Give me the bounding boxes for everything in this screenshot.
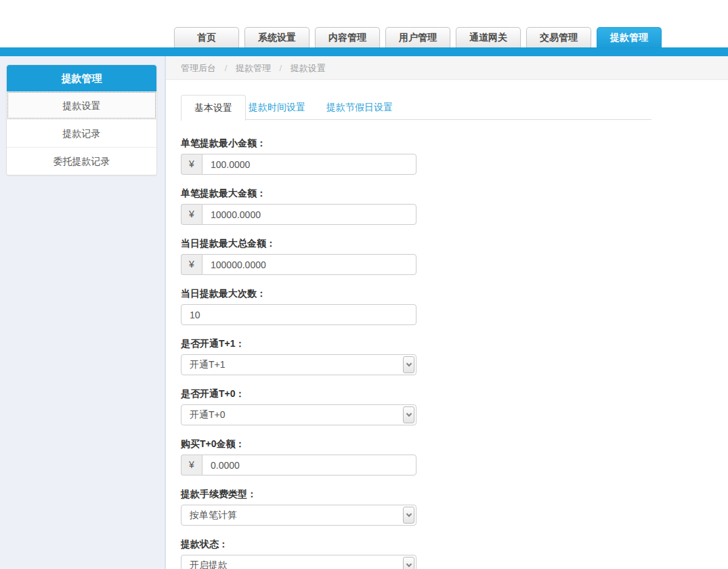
breadcrumb-item[interactable]: 提款管理 xyxy=(236,63,271,73)
nav-tab-home[interactable]: 首页 xyxy=(174,27,239,47)
enable-t0-select[interactable]: 开通T+0 xyxy=(181,404,416,425)
max-withdraw-amount-field: 单笔提款最大金额： ¥ xyxy=(181,188,728,225)
currency-yen-addon: ¥ xyxy=(181,455,202,476)
nav-tab-content-management[interactable]: 内容管理 xyxy=(315,27,380,47)
field-label: 单笔提款最小金额： xyxy=(181,138,728,148)
sidebar-menu: 提款管理 提款设置 提款记录 委托提款记录 xyxy=(6,64,157,175)
select-value: 按单笔计算 xyxy=(181,505,416,525)
field-label: 单笔提款最大金额： xyxy=(181,188,728,198)
chevron-down-icon xyxy=(403,356,414,373)
field-label: 当日提款最大次数： xyxy=(181,288,728,299)
field-label: 提款状态： xyxy=(181,539,728,549)
tab-withdraw-holiday-settings[interactable]: 提款节假日设置 xyxy=(326,95,393,120)
sidebar-item-withdraw-settings[interactable]: 提款设置 xyxy=(7,91,156,119)
breadcrumb-item: 提款设置 xyxy=(291,63,326,73)
basic-settings-form: 单笔提款最小金额： ¥ 单笔提款最大金额： ¥ 当日提款最大总金额： ¥ xyxy=(181,138,728,569)
nav-tab-channel-gateway[interactable]: 通道网关 xyxy=(456,27,521,47)
field-label: 当日提款最大总金额： xyxy=(181,238,728,249)
withdraw-status-select[interactable]: 开启提款 xyxy=(181,555,416,569)
settings-tabs: 基本设置 提款时间设置 提款节假日设置 xyxy=(181,95,651,120)
sidebar-region: 提款管理 提款设置 提款记录 委托提款记录 xyxy=(0,56,166,569)
fee-type-select[interactable]: 按单笔计算 xyxy=(181,505,416,526)
nav-tab-transaction-management[interactable]: 交易管理 xyxy=(526,27,591,47)
breadcrumb-separator: / xyxy=(225,63,228,73)
daily-max-total-input[interactable] xyxy=(202,254,416,275)
fee-type-field: 提款手续费类型： 按单笔计算 xyxy=(181,488,728,526)
field-label: 是否开通T+1： xyxy=(181,338,728,349)
select-value: 开启提款 xyxy=(181,555,416,569)
sidebar-item-entrusted-withdraw-records[interactable]: 委托提款记录 xyxy=(7,147,156,175)
enable-t1-select[interactable]: 开通T+1 xyxy=(181,354,416,375)
active-tab-bar xyxy=(0,47,728,56)
select-value: 开通T+0 xyxy=(181,405,416,425)
select-value: 开通T+1 xyxy=(181,355,416,375)
field-label: 购买T+0金额： xyxy=(181,438,728,449)
min-withdraw-amount-field: 单笔提款最小金额： ¥ xyxy=(181,138,728,175)
daily-max-times-field: 当日提款最大次数： xyxy=(181,288,728,325)
currency-yen-addon: ¥ xyxy=(181,254,202,275)
sidebar-header: 提款管理 xyxy=(7,65,156,91)
top-nav: 首页 系统设置 内容管理 用户管理 通道网关 交易管理 提款管理 xyxy=(174,27,662,47)
currency-yen-addon: ¥ xyxy=(181,154,202,175)
buy-t0-amount-input[interactable] xyxy=(202,455,416,476)
chevron-down-icon xyxy=(403,507,414,524)
enable-t0-field: 是否开通T+0： 开通T+0 xyxy=(181,388,728,425)
nav-tab-withdrawal-management[interactable]: 提款管理 xyxy=(597,27,662,47)
field-label: 提款手续费类型： xyxy=(181,488,728,499)
chevron-down-icon xyxy=(403,406,414,423)
breadcrumb-separator: / xyxy=(280,63,282,73)
content-area: 基本设置 提款时间设置 提款节假日设置 单笔提款最小金额： ¥ 单笔提款最大金额… xyxy=(166,95,728,569)
field-label: 是否开通T+0： xyxy=(181,388,728,399)
min-withdraw-amount-input[interactable] xyxy=(202,154,416,175)
nav-tab-system-settings[interactable]: 系统设置 xyxy=(244,27,309,47)
chevron-down-icon xyxy=(403,557,414,569)
buy-t0-amount-field: 购买T+0金额： ¥ xyxy=(181,438,728,476)
breadcrumb: 管理后台 / 提款管理 / 提款设置 xyxy=(166,56,728,80)
main-panel: 管理后台 / 提款管理 / 提款设置 基本设置 提款时间设置 提款节假日设置 单… xyxy=(166,56,728,569)
sidebar-item-withdraw-records[interactable]: 提款记录 xyxy=(7,119,156,147)
breadcrumb-item[interactable]: 管理后台 xyxy=(181,63,216,73)
nav-tab-user-management[interactable]: 用户管理 xyxy=(385,27,450,47)
daily-max-total-field: 当日提款最大总金额： ¥ xyxy=(181,238,728,275)
currency-yen-addon: ¥ xyxy=(181,204,202,225)
tab-basic-settings[interactable]: 基本设置 xyxy=(181,95,246,121)
tab-withdraw-time-settings[interactable]: 提款时间设置 xyxy=(249,95,305,120)
withdraw-status-field: 提款状态： 开启提款 xyxy=(181,539,728,569)
daily-max-times-input[interactable] xyxy=(181,304,416,325)
max-withdraw-amount-input[interactable] xyxy=(202,204,416,225)
enable-t1-field: 是否开通T+1： 开通T+1 xyxy=(181,338,728,375)
